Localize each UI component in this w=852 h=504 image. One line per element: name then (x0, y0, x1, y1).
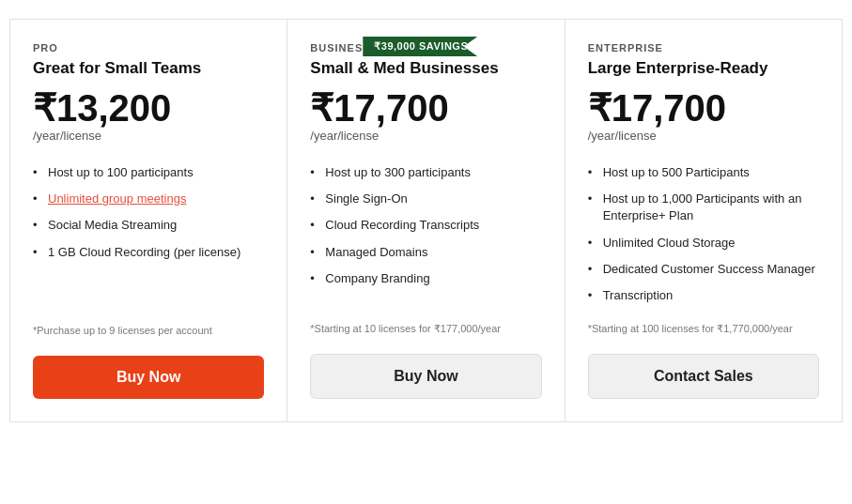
plan-label-enterprise: ENTERPRISE (588, 42, 819, 53)
feature-item: Dedicated Customer Success Manager (588, 256, 819, 283)
buy-button-pro[interactable]: Buy Now (33, 356, 264, 399)
feature-item: Managed Domains (310, 239, 541, 266)
plan-note-pro: *Purchase up to 9 licenses per account (33, 324, 264, 338)
plan-subtitle-business: Small & Med Businesses (310, 59, 541, 78)
savings-badge-business: ₹39,000 SAVINGS (363, 37, 477, 56)
feature-item: Single Sign-On (310, 186, 541, 212)
plan-price-enterprise: ₹17,700 (588, 89, 819, 127)
feature-item: Cloud Recording Transcripts (310, 212, 541, 238)
feature-list-pro: Host up to 100 participantsUnlimited gro… (33, 160, 264, 311)
feature-item: Host up to 500 Participants (588, 160, 819, 186)
feature-list-enterprise: Host up to 500 ParticipantsHost up to 1,… (588, 160, 819, 309)
plan-note-enterprise: *Starting at 100 licenses for ₹1,770,000… (588, 322, 819, 336)
feature-item: Unlimited Cloud Storage (588, 230, 819, 256)
feature-item: Company Branding (310, 266, 541, 292)
plan-subtitle-enterprise: Large Enterprise-Ready (588, 59, 819, 78)
plan-subtitle-pro: Great for Small Teams (33, 59, 264, 78)
feature-item: Host up to 1,000 Participants with an En… (588, 186, 819, 229)
plan-price-period-enterprise: /year/license (588, 129, 819, 143)
feature-item: 1 GB Cloud Recording (per license) (33, 239, 264, 266)
plan-price-pro: ₹13,200 (33, 89, 264, 127)
buy-button-business[interactable]: Buy Now (310, 354, 541, 399)
plan-price-business: ₹17,700 (310, 89, 541, 127)
feature-item: Social Media Streaming (33, 212, 264, 238)
plan-card-business: BUSINESS ₹39,000 SAVINGS Small & Med Bus… (287, 19, 565, 422)
plan-card-enterprise: ENTERPRISE Large Enterprise-Ready ₹17,70… (565, 19, 843, 422)
feature-item: Host up to 100 participants (33, 160, 264, 186)
feature-item: Transcription (588, 283, 819, 309)
plan-price-period-business: /year/license (310, 129, 541, 143)
pricing-container: PRO Great for Small Teams ₹13,200 /year/… (9, 19, 843, 422)
feature-link-pro[interactable]: Unlimited group meetings (48, 191, 186, 206)
buy-button-enterprise[interactable]: Contact Sales (588, 354, 819, 399)
feature-item: Unlimited group meetings (33, 186, 264, 212)
feature-item: Host up to 300 participants (310, 160, 541, 186)
feature-list-business: Host up to 300 participantsSingle Sign-O… (310, 160, 541, 309)
plan-label-pro: PRO (33, 42, 264, 53)
plan-card-pro: PRO Great for Small Teams ₹13,200 /year/… (9, 19, 287, 422)
plan-price-period-pro: /year/license (33, 129, 264, 143)
plan-note-business: *Starting at 10 licenses for ₹177,000/ye… (310, 322, 541, 336)
